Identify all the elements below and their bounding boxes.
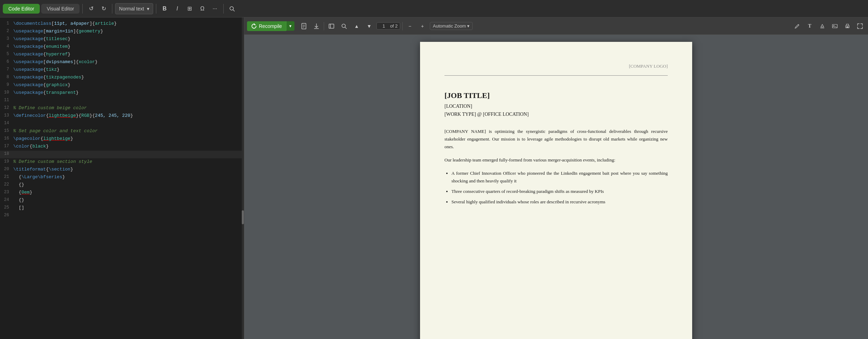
search-icon xyxy=(229,6,235,12)
pdf-body-para1: [COMPANY NAME] is optimizing the synergi… xyxy=(444,128,668,151)
more-button[interactable]: ··· xyxy=(209,3,220,14)
line-content: \usepackage[margin=1in]{geometry} xyxy=(13,28,241,35)
line-number: 23 xyxy=(3,189,13,196)
fullscreen-icon xyxy=(857,23,863,29)
toolbar-divider xyxy=(324,22,324,30)
toggle-sidebar-button[interactable] xyxy=(326,21,337,31)
format-dropdown[interactable]: Normal text ▾ xyxy=(115,3,153,14)
pdf-viewer-panel: Recompile ▾ xyxy=(244,17,868,339)
toolbar-divider-2 xyxy=(402,22,403,30)
line-number: 8 xyxy=(3,74,13,81)
pdf-worktype: [WORK TYPE] @ [OFFICE LOCATION] xyxy=(444,111,668,118)
highlight-icon xyxy=(820,23,825,29)
pdf-image-button[interactable] xyxy=(830,21,840,31)
list-item: Three consecutive quarters of record-bre… xyxy=(451,188,668,195)
pdf-file-button[interactable] xyxy=(299,21,309,31)
recompile-dropdown-button[interactable]: ▾ xyxy=(286,21,294,31)
toolbar-divider-4 xyxy=(223,4,224,14)
line-content: \usepackage{hyperref} xyxy=(13,51,241,58)
line-content: \titleformat{\section} xyxy=(13,166,241,173)
code-line: 15 % Set page color and text color xyxy=(0,128,244,135)
zoom-dropdown[interactable]: Automatic Zoom ▾ xyxy=(430,22,473,30)
pdf-fullscreen-button[interactable] xyxy=(855,21,865,31)
code-line: 16 \pagecolor{lightbeige} xyxy=(0,135,244,143)
main-area: 1 \documentclass[11pt, a4paper]{article}… xyxy=(0,17,868,339)
line-content: \usepackage[dvipsnames]{xcolor} xyxy=(13,59,241,66)
sidebar-icon xyxy=(328,23,335,29)
scroll-indicator xyxy=(242,17,244,339)
code-content[interactable]: 1 \documentclass[11pt, a4paper]{article}… xyxy=(0,17,244,339)
format-text-label: Normal text xyxy=(119,6,144,12)
code-line: 6 \usepackage[dvipsnames]{xcolor} xyxy=(0,59,244,66)
line-content: \pagecolor{lightbeige} xyxy=(13,135,241,143)
code-line: 19 % Define custom section style xyxy=(0,158,244,166)
bold-button[interactable]: B xyxy=(159,3,170,14)
line-number: 15 xyxy=(3,128,13,134)
company-logo-text: [COMPANY LOGO] xyxy=(629,63,668,69)
code-line: 1 \documentclass[11pt, a4paper]{article} xyxy=(0,20,244,28)
page-down-button[interactable]: ▼ xyxy=(364,21,374,31)
line-content: {} xyxy=(13,181,241,189)
line-number: 14 xyxy=(3,120,13,127)
recompile-group: Recompile ▾ xyxy=(247,21,294,31)
page-number-input[interactable] xyxy=(379,23,389,29)
line-content: [] xyxy=(13,204,241,212)
line-number: 10 xyxy=(3,89,13,96)
scroll-thumb xyxy=(242,210,244,224)
svg-line-10 xyxy=(345,27,346,29)
code-line: 12 % Define custom beige color xyxy=(0,105,244,112)
line-content xyxy=(13,120,241,127)
code-line: 23 {0em} xyxy=(0,189,244,197)
line-number: 7 xyxy=(3,66,13,73)
redo-button[interactable]: ↻ xyxy=(98,3,109,14)
undo-button[interactable]: ↺ xyxy=(85,3,97,14)
code-line: 9 \usepackage{graphicx} xyxy=(0,82,244,89)
pdf-print-button[interactable] xyxy=(842,21,853,31)
zoom-in-button[interactable]: + xyxy=(417,21,428,31)
line-content: % Define custom beige color xyxy=(13,105,241,112)
recompile-icon xyxy=(251,23,257,29)
recompile-button[interactable]: Recompile xyxy=(247,21,286,31)
code-line: 10 \usepackage{transparent} xyxy=(0,89,244,97)
svg-rect-15 xyxy=(846,27,848,28)
line-number: 1 xyxy=(3,20,13,27)
code-line: 21 {\Large\bfseries} xyxy=(0,174,244,181)
pdf-content-area[interactable]: [COMPANY LOGO] [JOB TITLE] [LOCATION] [W… xyxy=(244,35,868,339)
line-number: 3 xyxy=(3,36,13,42)
line-number: 2 xyxy=(3,28,13,35)
zoom-level-label: Automatic Zoom xyxy=(433,23,466,29)
line-number: 18 xyxy=(3,151,13,157)
pdf-body-para2: Our leadership team emerged fully-formed… xyxy=(444,156,668,164)
table-button[interactable]: ⊞ xyxy=(184,3,195,14)
print-icon xyxy=(845,23,850,29)
code-line: 13 \definecolor{lightbeige}{RGB}{245, 24… xyxy=(0,112,244,120)
code-line: 25 [] xyxy=(0,204,244,212)
list-item: Several highly qualified individuals who… xyxy=(451,198,668,206)
code-editor-tab[interactable]: Code Editor xyxy=(3,4,40,14)
line-content: % Set page color and text color xyxy=(13,128,241,135)
image-icon xyxy=(832,23,838,29)
italic-button[interactable]: I xyxy=(172,3,183,14)
visual-editor-tab[interactable]: Visual Editor xyxy=(41,4,80,14)
line-number: 13 xyxy=(3,112,13,119)
page-of-label: of 2 xyxy=(390,23,398,29)
code-line: 7 \usepackage{tikz} xyxy=(0,66,244,74)
pdf-draw-button[interactable] xyxy=(792,21,802,31)
line-content: \usepackage{enumitem} xyxy=(13,43,241,51)
code-line: 18 xyxy=(0,151,244,158)
pdf-text-button[interactable]: T xyxy=(805,21,815,31)
line-content: \usepackage{titlesec} xyxy=(13,36,241,43)
pdf-search-button[interactable] xyxy=(339,21,349,31)
page-up-button[interactable]: ▲ xyxy=(351,21,362,31)
search-button[interactable] xyxy=(226,3,238,14)
toolbar-divider-3 xyxy=(156,4,156,14)
pdf-download-button[interactable] xyxy=(311,21,322,31)
line-content: \usepackage{tikzpagenodes} xyxy=(13,74,241,81)
line-number: 19 xyxy=(3,158,13,165)
pdf-highlight-button[interactable] xyxy=(817,21,828,31)
pdf-location: [LOCATION] xyxy=(444,103,668,110)
zoom-out-button[interactable]: − xyxy=(405,21,415,31)
omega-button[interactable]: Ω xyxy=(197,3,208,14)
pdf-logo-area: [COMPANY LOGO] xyxy=(444,63,668,70)
code-line: 2 \usepackage[margin=1in]{geometry} xyxy=(0,28,244,36)
